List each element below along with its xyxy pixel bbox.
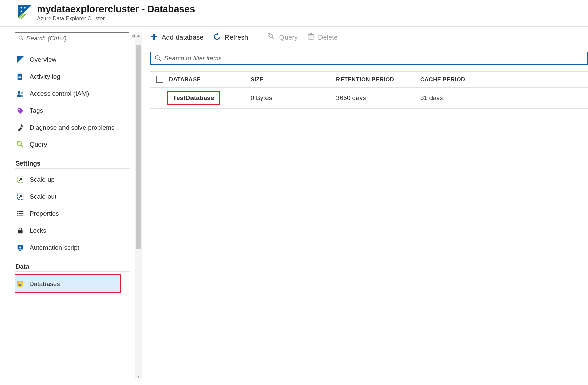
page-header: mydataexplorercluster - Databases Azure … xyxy=(0,0,588,26)
toolbar-label: Query xyxy=(279,34,297,41)
svg-rect-45 xyxy=(308,34,314,35)
svg-line-38 xyxy=(272,37,274,39)
query-button: Query xyxy=(268,33,297,42)
svg-point-23 xyxy=(17,211,19,212)
svg-rect-19 xyxy=(17,141,19,142)
sidebar-item-databases[interactable]: DB Databases xyxy=(15,274,121,293)
database-name-cell[interactable]: TestDatabase xyxy=(167,91,220,105)
svg-point-25 xyxy=(17,213,19,214)
svg-rect-13 xyxy=(19,77,21,78)
toolbar: Add database Refresh Query xyxy=(142,27,588,48)
svg-point-15 xyxy=(21,92,23,94)
filter-box[interactable] xyxy=(150,52,588,65)
filter-input[interactable] xyxy=(164,55,583,62)
svg-point-2 xyxy=(24,7,26,9)
cache-cell: 31 days xyxy=(420,94,588,102)
sidebar-item-label: Query xyxy=(30,141,47,148)
svg-rect-12 xyxy=(19,76,21,76)
sidebar-item-scale-out[interactable]: Scale out xyxy=(15,188,142,205)
column-header-size[interactable]: SIZE xyxy=(251,76,336,83)
main-content: Add database Refresh Query xyxy=(142,27,588,385)
sidebar-item-tags[interactable]: Tags xyxy=(15,102,142,119)
svg-rect-46 xyxy=(310,33,312,34)
svg-point-3 xyxy=(21,11,22,12)
svg-text:DB: DB xyxy=(18,284,22,286)
search-icon xyxy=(18,35,24,42)
select-all-checkbox[interactable] xyxy=(156,76,163,83)
svg-line-48 xyxy=(159,59,161,60)
database-icon: DB xyxy=(16,280,24,288)
script-icon xyxy=(16,243,25,252)
sidebar-item-automation-script[interactable]: Automation script xyxy=(15,239,142,256)
tag-icon xyxy=(16,106,25,115)
svg-line-7 xyxy=(22,39,24,40)
column-header-database[interactable]: DATABASE xyxy=(169,76,251,83)
page-subtitle: Azure Data Explorer Cluster xyxy=(37,16,195,22)
sidebar-item-activity-log[interactable]: Activity log xyxy=(15,68,142,85)
svg-line-18 xyxy=(21,145,23,147)
query-icon xyxy=(16,140,25,149)
search-icon xyxy=(155,55,161,62)
sidebar-item-label: Diagnose and solve problems xyxy=(30,124,114,131)
svg-point-37 xyxy=(269,34,272,37)
sidebar-item-label: Access control (IAM) xyxy=(30,90,89,97)
databases-table: DATABASE SIZE RETENTION PERIOD CACHE PER… xyxy=(150,71,588,109)
svg-rect-29 xyxy=(18,230,22,233)
svg-rect-10 xyxy=(18,74,22,80)
sidebar-item-access-control[interactable]: Access control (IAM) xyxy=(15,85,142,102)
scrollbar-thumb[interactable] xyxy=(136,45,141,249)
svg-point-27 xyxy=(17,215,19,217)
column-header-retention[interactable]: RETENTION PERIOD xyxy=(336,76,420,83)
svg-point-6 xyxy=(19,36,22,39)
delete-button: Delete xyxy=(307,33,338,42)
sidebar-item-diagnose[interactable]: Diagnose and solve problems xyxy=(15,119,142,136)
column-header-cache[interactable]: CACHE PERIOD xyxy=(420,76,588,83)
sidebar-item-label: Databases xyxy=(29,280,60,288)
log-icon xyxy=(16,72,25,81)
sidebar-scrollbar[interactable]: ▲ ▼ xyxy=(135,32,142,379)
query-icon xyxy=(268,33,276,42)
page-title: mydataexplorercluster - Databases xyxy=(37,4,195,15)
sidebar-search-input[interactable] xyxy=(26,35,126,42)
sidebar-nav: Overview Activity log Access control (IA… xyxy=(15,51,142,385)
sidebar-item-label: Activity log xyxy=(30,73,60,80)
svg-rect-20 xyxy=(17,143,18,144)
svg-point-16 xyxy=(19,109,20,110)
svg-rect-24 xyxy=(19,211,23,212)
properties-icon xyxy=(16,209,25,218)
sidebar-item-label: Tags xyxy=(30,107,43,114)
sidebar-item-label: Scale up xyxy=(30,176,55,184)
section-data-header: Data xyxy=(15,256,130,272)
svg-point-14 xyxy=(18,91,20,94)
svg-point-47 xyxy=(155,55,159,59)
sidebar-item-label: Scale out xyxy=(30,193,56,200)
svg-rect-11 xyxy=(19,75,21,75)
toolbar-label: Refresh xyxy=(224,34,248,41)
dataexplorer-cluster-icon xyxy=(17,4,33,20)
scaleout-icon xyxy=(16,192,25,201)
table-row[interactable]: TestDatabase 0 Bytes 3650 days 31 days xyxy=(150,88,588,109)
sidebar-search[interactable] xyxy=(15,32,129,44)
size-cell: 0 Bytes xyxy=(251,94,336,102)
lock-icon xyxy=(16,226,25,235)
table-header: DATABASE SIZE RETENTION PERIOD CACHE PER… xyxy=(150,71,588,88)
sidebar-item-overview[interactable]: Overview xyxy=(15,51,142,68)
retention-cell: 3650 days xyxy=(336,94,420,102)
sidebar-item-locks[interactable]: Locks xyxy=(15,222,142,239)
svg-point-1 xyxy=(21,7,22,9)
svg-rect-28 xyxy=(19,216,23,216)
tools-icon xyxy=(16,123,25,132)
sidebar-item-properties[interactable]: Properties xyxy=(15,205,142,222)
add-database-button[interactable]: Add database xyxy=(150,33,203,42)
sidebar-item-scale-up[interactable]: Scale up xyxy=(15,171,142,188)
trash-icon xyxy=(307,33,315,42)
sidebar-item-label: Automation script xyxy=(30,244,79,251)
plus-icon xyxy=(150,33,158,42)
svg-rect-26 xyxy=(19,213,23,214)
svg-rect-31 xyxy=(19,250,21,251)
toolbar-label: Add database xyxy=(162,34,203,41)
refresh-button[interactable]: Refresh xyxy=(213,33,248,42)
sidebar-item-label: Properties xyxy=(30,210,59,217)
sidebar-item-query[interactable]: Query xyxy=(15,136,142,153)
refresh-icon xyxy=(213,33,221,42)
